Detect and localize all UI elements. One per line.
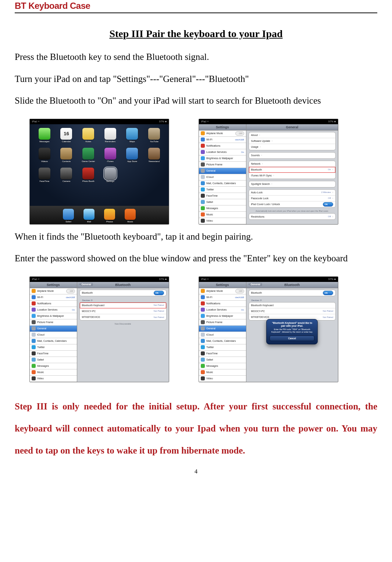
cell-usage[interactable]: Usage› bbox=[249, 144, 335, 150]
dock-icon-safari[interactable]: Safari bbox=[63, 209, 74, 223]
toggle-on[interactable]: ON bbox=[323, 202, 333, 207]
device-moocy-pc[interactable]: MOOCY-PCNot Paired bbox=[80, 308, 166, 314]
sidebar-item-label: FaceTime bbox=[206, 352, 218, 355]
sidebar-item-brightness-wallpaper[interactable]: Brightness & Wallpaper bbox=[30, 313, 77, 319]
app-icon-reminders[interactable]: Reminders bbox=[102, 128, 118, 144]
sidebar-item-airplane-mode[interactable]: Airplane ModeOFF bbox=[199, 288, 246, 294]
cell-itunes-wi-fi-sync[interactable]: iTunes Wi-Fi Sync› bbox=[249, 173, 335, 179]
sidebar-item-picture-frame[interactable]: Picture Frame bbox=[30, 319, 77, 326]
sidebar-item-safari[interactable]: Safari bbox=[199, 357, 246, 363]
app-icon-photo-booth[interactable]: Photo Booth bbox=[80, 168, 96, 184]
app-icon-game-center[interactable]: Game Center bbox=[80, 148, 96, 164]
cell-auto-lock[interactable]: Auto-Lock2 Minutes› bbox=[249, 190, 335, 196]
sidebar-item-airplane-mode[interactable]: Airplane ModeOFF bbox=[30, 288, 77, 294]
sidebar-item-general[interactable]: General bbox=[199, 168, 246, 174]
app-icon-maps[interactable]: Maps bbox=[124, 128, 140, 144]
back-button[interactable]: General bbox=[79, 283, 93, 286]
app-icon-contacts[interactable]: Contacts bbox=[58, 148, 75, 164]
app-icon-messages[interactable]: Messages bbox=[36, 128, 53, 144]
sidebar-item-music[interactable]: Music bbox=[30, 369, 77, 376]
cell-restrictions[interactable]: RestrictionsOff› bbox=[249, 214, 335, 219]
app-icon-facetime[interactable]: FaceTime bbox=[36, 168, 53, 184]
app-icon-app-store[interactable]: App Store bbox=[124, 148, 140, 164]
sidebar-item-icloud[interactable]: iCloud bbox=[199, 174, 246, 180]
cell-spotlight-search[interactable]: Spotlight Search› bbox=[249, 181, 335, 187]
dock-icon-music[interactable]: Music bbox=[125, 209, 136, 223]
app-icon-videos[interactable]: Videos bbox=[36, 148, 53, 164]
sidebar-item-wi-fi[interactable]: Wi-Fictech168 bbox=[199, 137, 246, 143]
sidebar-item-notifications[interactable]: Notifications bbox=[199, 143, 246, 149]
sidebar-item-wi-fi[interactable]: Wi-Fictech168 bbox=[30, 294, 77, 301]
sidebar-item-icon bbox=[32, 351, 36, 355]
sidebar-item-picture-frame[interactable]: Picture Frame bbox=[199, 319, 246, 326]
sidebar-item-location-services[interactable]: Location ServicesOn bbox=[199, 149, 246, 155]
app-icon-settings[interactable]: Settings bbox=[102, 168, 118, 184]
sidebar-item-twitter[interactable]: Twitter bbox=[199, 187, 246, 193]
sidebar-item-messages[interactable]: Messages bbox=[30, 363, 77, 369]
app-icon-itunes[interactable]: iTunes bbox=[102, 148, 118, 164]
app-icon-notes[interactable]: Notes bbox=[80, 128, 96, 144]
sidebar-item-airplane-mode[interactable]: Airplane ModeOFF bbox=[199, 130, 246, 137]
sidebar-item-notifications[interactable]: Notifications bbox=[199, 301, 246, 307]
toggle-off[interactable]: OFF bbox=[235, 289, 244, 293]
sidebar-item-mail-contacts-calendars[interactable]: Mail, Contacts, Calendars bbox=[30, 338, 77, 344]
sidebar-item-icon bbox=[201, 187, 205, 191]
cell-sounds[interactable]: Sounds› bbox=[249, 153, 335, 158]
cell-bluetooth[interactable]: BluetoothOn› bbox=[249, 167, 335, 173]
sidebar-item-messages[interactable]: Messages bbox=[199, 205, 246, 212]
cell-about[interactable]: About› bbox=[249, 132, 335, 138]
sidebar-item-notifications[interactable]: Notifications bbox=[30, 301, 77, 307]
sidebar-item-brightness-wallpaper[interactable]: Brightness & Wallpaper bbox=[199, 155, 246, 162]
sidebar-item-mail-contacts-calendars[interactable]: Mail, Contacts, Calendars bbox=[199, 338, 246, 344]
sidebar-item-label: Picture Frame bbox=[206, 321, 222, 323]
cell-passcode-lock[interactable]: Passcode LockOff› bbox=[249, 196, 335, 201]
sidebar-item-wi-fi[interactable]: Wi-Fictech168 bbox=[199, 294, 246, 301]
sidebar-item-label: Notifications bbox=[206, 144, 220, 147]
sidebar-item-twitter[interactable]: Twitter bbox=[199, 344, 246, 351]
app-icon-newsstand[interactable]: Newsstand bbox=[146, 148, 162, 164]
status-left: iPad ᯤ bbox=[32, 120, 40, 123]
sidebar-item-label: Messages bbox=[37, 365, 49, 367]
sidebar-item-general[interactable]: General bbox=[30, 326, 77, 332]
app-icon-camera[interactable]: Camera bbox=[58, 168, 75, 184]
sidebar-item-mail-contacts-calendars[interactable]: Mail, Contacts, Calendars bbox=[199, 180, 246, 187]
sidebar-item-label: Safari bbox=[206, 358, 213, 361]
sidebar-item-twitter[interactable]: Twitter bbox=[30, 344, 77, 351]
toggle-on[interactable]: ON bbox=[154, 291, 164, 295]
device-mtkbtdevice[interactable]: MTKBTDEVICENot Paired bbox=[80, 314, 166, 320]
sidebar-item-messages[interactable]: Messages bbox=[199, 363, 246, 369]
sidebar-item-icloud[interactable]: iCloud bbox=[30, 332, 77, 338]
sidebar-item-picture-frame[interactable]: Picture Frame bbox=[199, 162, 246, 168]
sidebar-item-video[interactable]: Video bbox=[30, 376, 77, 382]
cell-ipad-cover-lock-unlock[interactable]: iPad Cover Lock / UnlockON bbox=[249, 201, 335, 207]
sidebar-item-safari[interactable]: Safari bbox=[30, 357, 77, 363]
app-icon-calendar[interactable]: 16Calendar bbox=[58, 128, 75, 144]
sidebar-item-video[interactable]: Video bbox=[199, 218, 246, 224]
cell-software-update[interactable]: Software Update› bbox=[249, 138, 335, 144]
doc-header: BT Keyboard Case bbox=[15, 0, 377, 12]
bluetooth-toggle-row[interactable]: BluetoothON bbox=[80, 290, 166, 296]
sidebar-item-location-services[interactable]: Location ServicesOn bbox=[30, 307, 77, 313]
toggle-off[interactable]: OFF bbox=[235, 131, 244, 136]
sidebar-item-brightness-wallpaper[interactable]: Brightness & Wallpaper bbox=[199, 313, 246, 319]
sidebar-item-general[interactable]: General bbox=[199, 326, 246, 332]
sidebar-item-video[interactable]: Video bbox=[199, 376, 246, 382]
dock-icon-mail[interactable]: Mail bbox=[83, 209, 95, 223]
sidebar-item-facetime[interactable]: FaceTime bbox=[199, 193, 246, 199]
sidebar-item-facetime[interactable]: FaceTime bbox=[30, 351, 77, 357]
sidebar-item-icon bbox=[32, 339, 36, 343]
sidebar-item-music[interactable]: Music bbox=[199, 369, 246, 376]
app-icon-youtube[interactable]: YouTube bbox=[146, 128, 162, 144]
chevron-right-icon: › bbox=[332, 168, 333, 171]
sidebar-item-facetime[interactable]: FaceTime bbox=[199, 351, 246, 357]
sidebar-item-location-services[interactable]: Location ServicesOn bbox=[199, 307, 246, 313]
cell-network[interactable]: Network› bbox=[249, 161, 335, 167]
sidebar-item-icloud[interactable]: iCloud bbox=[199, 332, 246, 338]
sidebar-item-icon bbox=[201, 345, 205, 349]
device-bluetooth-keyboard[interactable]: Bluetooth KeyboardNot Paired bbox=[80, 303, 166, 308]
cancel-button[interactable]: Cancel bbox=[270, 336, 314, 341]
dock-icon-photos[interactable]: Photos bbox=[104, 209, 115, 223]
toggle-off[interactable]: OFF bbox=[66, 289, 75, 293]
sidebar-item-safari[interactable]: Safari bbox=[199, 199, 246, 205]
sidebar-item-music[interactable]: Music bbox=[199, 212, 246, 218]
